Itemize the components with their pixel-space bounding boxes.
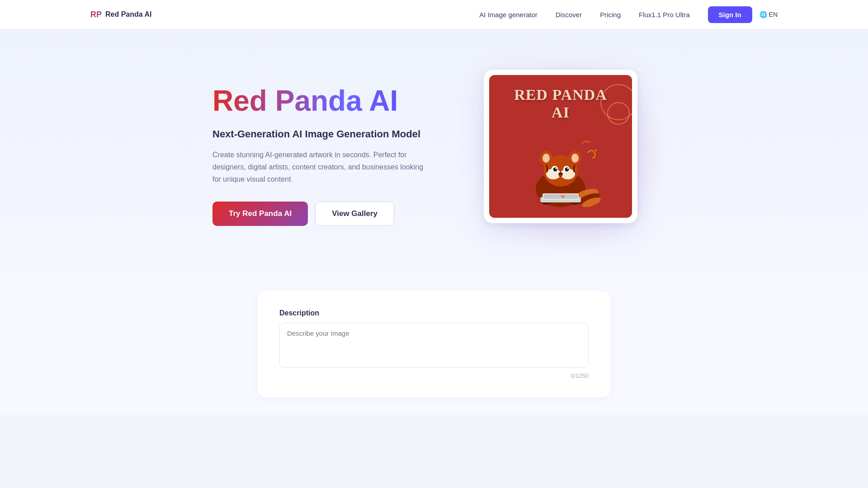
nav-ai-image-generator[interactable]: AI Image generator: [479, 11, 537, 19]
logo[interactable]: RP Red Panda AI: [90, 10, 152, 19]
language-button[interactable]: 🌐 EN: [760, 11, 778, 18]
hero-subtitle: Next-Generation AI Image Generation Mode…: [212, 127, 429, 141]
svg-point-22: [565, 168, 569, 172]
gallery-button[interactable]: View Gallery: [315, 202, 394, 226]
hero-content: Red Panda AI Next-Generation AI Image Ge…: [212, 85, 429, 226]
svg-point-14: [542, 154, 550, 163]
hero-title: Red Panda AI: [212, 85, 429, 117]
language-icon: 🌐: [760, 11, 767, 18]
description-textarea[interactable]: [279, 323, 589, 368]
description-section: Description 0/1250: [0, 273, 868, 415]
hero-image-wrapper: RED PANDA AI: [484, 70, 656, 241]
nav-actions: Sign In 🌐 EN: [708, 6, 778, 23]
logo-text: Red Panda AI: [105, 10, 152, 19]
svg-point-25: [558, 173, 563, 176]
hero-image-area: RED PANDA AI: [484, 70, 656, 241]
nav-pricing[interactable]: Pricing: [600, 11, 621, 19]
hero-description: Create stunning AI-generated artwork in …: [212, 149, 429, 186]
panda-illustration: [515, 126, 606, 207]
nav-links: AI Image generator Discover Pricing Flux…: [479, 11, 689, 19]
navbar: RP Red Panda AI AI Image generator Disco…: [0, 0, 868, 29]
nav-flux[interactable]: Flux1.1 Pro Ultra: [639, 11, 690, 19]
svg-point-24: [567, 168, 569, 169]
svg-point-21: [553, 168, 557, 172]
hero-card: RED PANDA AI: [484, 70, 637, 223]
description-card: Description 0/1250: [258, 291, 610, 397]
svg-point-26: [595, 150, 597, 151]
language-label: EN: [769, 11, 778, 18]
hero-buttons: Try Red Panda AI View Gallery: [212, 202, 429, 226]
svg-point-23: [556, 168, 557, 169]
logo-rp: RP: [90, 10, 102, 19]
svg-point-16: [571, 154, 579, 163]
nav-discover[interactable]: Discover: [556, 11, 582, 19]
description-label: Description: [279, 309, 589, 317]
svg-point-9: [561, 195, 564, 198]
svg-point-27: [590, 141, 591, 142]
svg-point-11: [564, 194, 566, 196]
hero-section: Red Panda AI Next-Generation AI Image Ge…: [0, 29, 868, 273]
description-counter: 0/1250: [279, 372, 589, 379]
deco-circle-2: [607, 102, 630, 125]
card-title: RED PANDA AI: [514, 86, 607, 121]
svg-point-10: [560, 194, 562, 196]
try-button[interactable]: Try Red Panda AI: [212, 202, 308, 226]
hero-card-inner: RED PANDA AI: [489, 75, 632, 218]
signin-button[interactable]: Sign In: [708, 6, 752, 23]
